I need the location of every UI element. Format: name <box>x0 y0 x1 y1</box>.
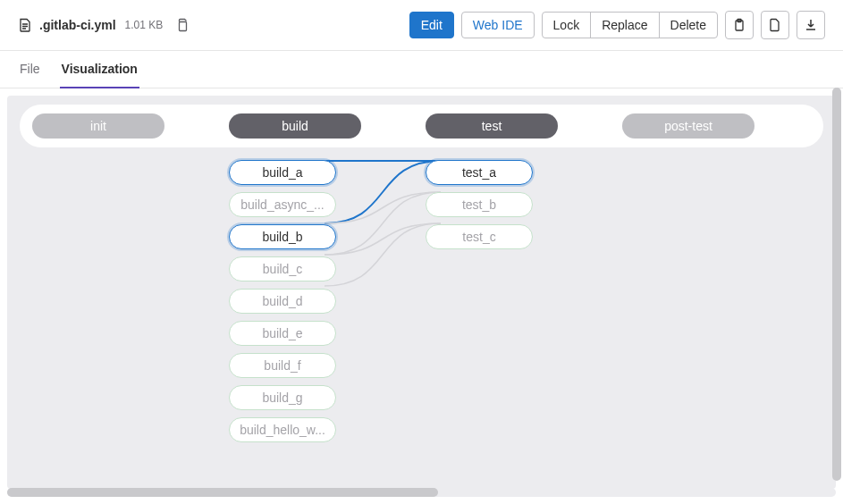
web-ide-button[interactable]: Web IDE <box>461 12 535 39</box>
job-test-b[interactable]: test_b <box>426 192 533 217</box>
stage-pill-test[interactable]: test <box>426 113 558 139</box>
lock-button[interactable]: Lock <box>542 12 592 39</box>
stage-header-row: init build test post-test <box>20 105 823 147</box>
job-build-g[interactable]: build_g <box>229 385 336 410</box>
vertical-scrollbar[interactable] <box>832 88 841 481</box>
svg-rect-0 <box>180 22 187 31</box>
replace-button[interactable]: Replace <box>590 12 659 39</box>
stage-pill-build[interactable]: build <box>229 113 361 139</box>
pipeline-visualization: init build test post-test build_a build_… <box>7 96 836 489</box>
job-build-c[interactable]: build_c <box>229 256 336 281</box>
view-tabs: File Visualization <box>0 51 843 88</box>
vertical-scrollbar-thumb[interactable] <box>832 88 841 481</box>
job-build-b[interactable]: build_b <box>229 224 336 249</box>
file-header: .gitlab-ci.yml 1.01 KB Edit Web IDE Lock… <box>0 0 843 51</box>
horizontal-scrollbar-thumb[interactable] <box>7 488 438 497</box>
jobs-area: build_a build_async_... build_b build_c … <box>7 147 836 442</box>
download-icon <box>804 18 818 32</box>
horizontal-scrollbar[interactable] <box>7 488 836 497</box>
download-button[interactable] <box>797 11 825 39</box>
job-build-a[interactable]: build_a <box>229 160 336 185</box>
copy-contents-button[interactable] <box>725 11 754 39</box>
stage-col-post-test <box>610 160 742 442</box>
delete-button[interactable]: Delete <box>659 12 718 39</box>
job-build-f[interactable]: build_f <box>229 353 336 378</box>
document-icon <box>768 18 782 32</box>
raw-button[interactable] <box>761 11 789 39</box>
edit-button[interactable]: Edit <box>409 12 454 39</box>
tab-file[interactable]: File <box>18 51 42 88</box>
job-build-hello[interactable]: build_hello_w... <box>229 417 336 442</box>
job-build-e[interactable]: build_e <box>229 321 336 346</box>
file-size: 1.01 KB <box>125 19 164 31</box>
job-build-d[interactable]: build_d <box>229 289 336 314</box>
tab-visualization[interactable]: Visualization <box>60 51 139 88</box>
stage-pill-post-test[interactable]: post-test <box>622 113 754 139</box>
copy-path-icon[interactable] <box>175 18 190 32</box>
stage-col-build: build_a build_async_... build_b build_c … <box>216 160 349 442</box>
job-test-a[interactable]: test_a <box>426 160 533 185</box>
clipboard-icon <box>732 18 746 32</box>
stage-col-init <box>20 160 152 442</box>
stage-col-test: test_a test_b test_c <box>413 160 545 442</box>
job-build-async[interactable]: build_async_... <box>229 192 336 217</box>
stage-pill-init[interactable]: init <box>32 113 164 139</box>
file-actions-group: Lock Replace Delete <box>542 12 718 39</box>
job-test-c[interactable]: test_c <box>426 224 533 249</box>
file-name: .gitlab-ci.yml <box>39 18 116 32</box>
file-icon <box>18 18 32 32</box>
